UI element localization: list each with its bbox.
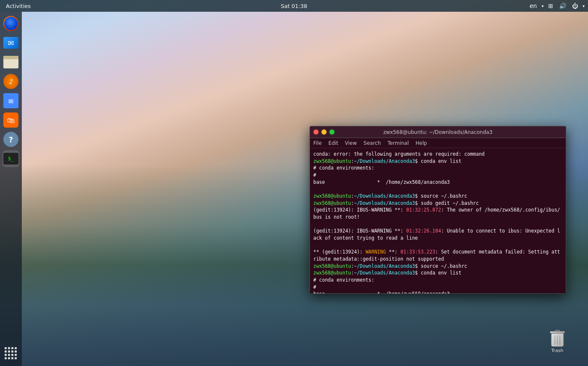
terminal-close-button[interactable]	[313, 129, 319, 135]
trash-label: Trash	[551, 348, 563, 353]
power-arrow-icon: ▾	[583, 4, 585, 8]
term-line: zwx568@ubuntu:~/Downloads/Anaconda3$ sou…	[313, 263, 562, 270]
volume-icon[interactable]: 🔊	[558, 2, 567, 10]
sidebar-item-files[interactable]	[3, 54, 19, 71]
firefox-icon	[3, 16, 18, 31]
terminal-window: zwx568@ubuntu: ~/Downloads/Anaconda3 Fil…	[310, 126, 566, 294]
term-line: zwx568@ubuntu:~/Downloads/Anaconda3$ sud…	[313, 200, 562, 207]
terminal-minimize-button[interactable]	[321, 129, 327, 135]
activities-button[interactable]: Activities	[3, 3, 33, 9]
sidebar-item-terminal[interactable]: $_	[3, 150, 19, 167]
power-icon[interactable]: ⏻	[571, 2, 579, 10]
terminal-maximize-button[interactable]	[329, 129, 335, 135]
terminal-icon: $_	[3, 153, 18, 165]
term-line: zwx568@ubuntu:~/Downloads/Anaconda3$ con…	[313, 158, 562, 165]
terminal-menubar: File Edit View Search Terminal Help	[310, 138, 566, 148]
menu-terminal[interactable]: Terminal	[388, 140, 409, 146]
sidebar-item-mail[interactable]	[3, 34, 19, 51]
term-line: # conda environments:	[313, 277, 562, 284]
term-line: (gedit:13924): IBUS-WARNING **: 01:32:26…	[313, 227, 562, 241]
term-line	[313, 242, 562, 249]
term-line: base * /home/zwx568/anaconda3	[313, 290, 562, 293]
sidebar-item-writer[interactable]: ≡	[3, 92, 19, 109]
sidebar-item-firefox[interactable]	[3, 15, 19, 32]
term-line: # conda environments:	[313, 165, 562, 172]
menu-help[interactable]: Help	[416, 140, 427, 146]
sidebar: ♪ ≡ 🛍 ? $_	[0, 12, 22, 366]
menu-file[interactable]: File	[313, 140, 322, 146]
terminal-output[interactable]: conda: error: the following arguments ar…	[310, 148, 566, 293]
help-icon: ?	[3, 132, 18, 147]
term-line: ** (gedit:13924): WARNING **: 01:33:53.2…	[313, 248, 562, 262]
terminal-titlebar: zwx568@ubuntu: ~/Downloads/Anaconda3	[310, 126, 566, 138]
files-icon	[3, 56, 18, 68]
term-line: zwx568@ubuntu:~/Downloads/Anaconda3$ con…	[313, 269, 562, 277]
term-line	[313, 186, 562, 193]
writer-icon: ≡	[3, 93, 18, 108]
term-line	[313, 221, 562, 228]
term-line: (gedit:13924): IBUS-WARNING **: 01:32:25…	[313, 207, 562, 220]
sidebar-item-appcenter[interactable]: 🛍	[3, 112, 19, 128]
grid-icon	[5, 347, 17, 360]
term-line: #	[313, 284, 562, 291]
menu-search[interactable]: Search	[364, 140, 381, 146]
terminal-window-controls	[313, 129, 335, 135]
trash-can-graphic	[550, 330, 565, 347]
datetime-display: Sat 01:38	[281, 3, 307, 9]
appcenter-icon: 🛍	[3, 112, 18, 128]
term-line: base * /home/zwx568/anaconda3	[313, 179, 562, 186]
trash-body	[551, 333, 564, 347]
lang-arrow-icon: ▾	[541, 4, 544, 8]
menu-view[interactable]: View	[345, 140, 356, 146]
term-line: conda: error: the following arguments ar…	[313, 151, 562, 158]
topbar: Activities Sat 01:38 en ▾ ⊞ 🔊 ⏻ ▾	[0, 0, 588, 12]
network-icon[interactable]: ⊞	[547, 2, 554, 10]
menu-edit[interactable]: Edit	[328, 140, 338, 146]
sidebar-item-music[interactable]: ♪	[3, 73, 19, 90]
mail-icon	[3, 37, 18, 49]
language-indicator[interactable]: en	[528, 2, 539, 10]
term-line: #	[313, 172, 562, 179]
trash-icon[interactable]: Trash	[550, 330, 565, 353]
sidebar-item-help[interactable]: ?	[3, 131, 19, 148]
music-icon: ♪	[3, 74, 18, 89]
term-line: zwx568@ubuntu:~/Downloads/Anaconda3$ sou…	[313, 193, 562, 200]
terminal-title: zwx568@ubuntu: ~/Downloads/Anaconda3	[383, 129, 492, 135]
show-apps-button[interactable]	[3, 346, 18, 361]
